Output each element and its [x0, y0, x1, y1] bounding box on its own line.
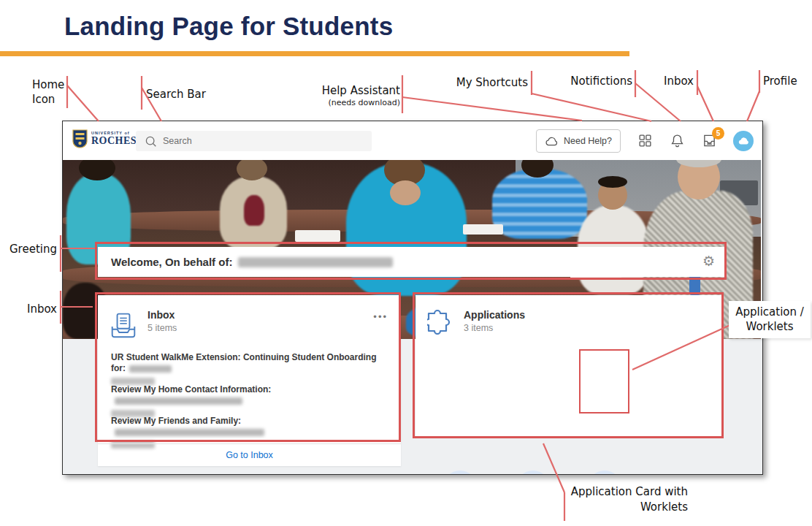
greeting-highlight-box: [95, 242, 727, 280]
annotation-home-icon: Home Icon: [32, 77, 76, 107]
grid-icon: [639, 134, 651, 147]
rochester-shield-icon: [72, 129, 88, 148]
annotation-help-assistant: Help Assistant (needs download): [307, 83, 400, 108]
finances-highlight-box: [579, 349, 629, 413]
annotation-notifications: Notifictions: [540, 74, 632, 88]
cloud-avatar-icon: [738, 136, 750, 145]
annotation-inbox-top: Inbox: [621, 74, 694, 88]
need-help-label: Need Help?: [564, 136, 612, 146]
applications-highlight-box: [413, 292, 724, 438]
go-to-inbox-link[interactable]: Go to Inbox: [226, 450, 273, 460]
annotation-my-shortcuts: My Shortcuts: [438, 75, 528, 90]
annotation-inbox-card: Inbox: [4, 302, 57, 316]
bell-icon: [670, 134, 684, 148]
profile-button[interactable]: [733, 131, 754, 151]
search-placeholder: Search: [163, 136, 192, 146]
need-help-button[interactable]: Need Help?: [536, 129, 621, 153]
annotation-application-card: Application Card with Worklets: [568, 484, 688, 515]
annotation-help-assistant-text: Help Assistant: [322, 84, 400, 97]
annotation-search-bar: Search Bar: [146, 87, 226, 102]
annotation-help-assistant-note: (needs download): [307, 98, 400, 108]
annotation-application-worklets: Application / Worklets: [729, 301, 811, 338]
search-icon: [145, 135, 157, 148]
worklet-favorites[interactable]: Favorites: [500, 470, 566, 475]
inbox-count-badge: 5: [712, 127, 724, 140]
my-shortcuts-button[interactable]: [637, 133, 653, 149]
page: Landing Page for Students Home Icon Sear…: [0, 0, 812, 526]
annotation-greeting: Greeting: [4, 242, 57, 256]
worklet-academics[interactable]: Academics: [427, 470, 493, 475]
cloud-icon: [545, 136, 559, 146]
app-topbar: UNIVERSITY of ROCHESTER Search Need Help…: [63, 121, 762, 160]
worklet-finances[interactable]: Finances: [572, 470, 637, 475]
page-title: Landing Page for Students: [64, 12, 393, 41]
inbox-button[interactable]: 5: [701, 133, 717, 149]
annotation-profile: Profile: [763, 74, 810, 88]
notifications-button[interactable]: [669, 133, 685, 149]
title-underline: [0, 51, 629, 56]
inbox-highlight-box: [95, 292, 401, 442]
search-input[interactable]: Search: [136, 131, 372, 151]
